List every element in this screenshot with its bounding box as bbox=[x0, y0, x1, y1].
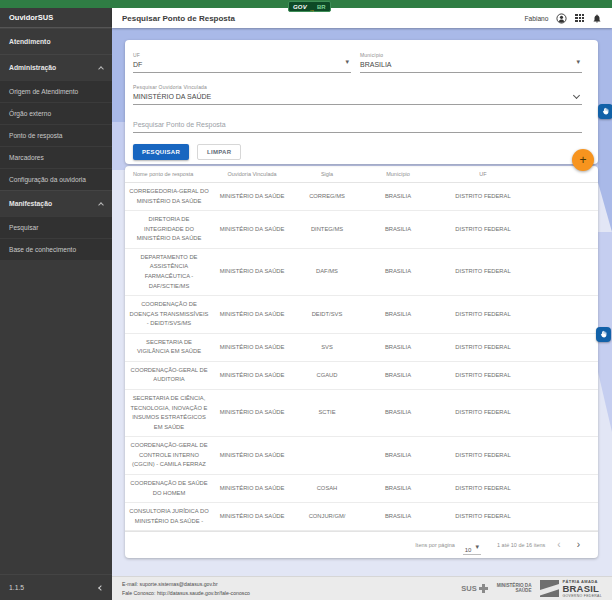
topbar-actions: Fabiano bbox=[525, 13, 602, 24]
table-row[interactable]: DIRETORIA DE INTEGRIDADE DO MINISTÉRIO D… bbox=[125, 211, 598, 249]
items-per-page-label: Itens por página bbox=[415, 542, 454, 548]
user-name: Fabiano bbox=[525, 15, 549, 22]
chevron-up-icon bbox=[98, 202, 104, 208]
sus-cross-icon bbox=[479, 584, 488, 593]
col-header-uf: UF bbox=[433, 166, 533, 183]
table-row[interactable]: SECRETARIA DE CIÊNCIA, TECNOLOGIA, INOVA… bbox=[125, 390, 598, 437]
ouvidoria-vinculada-input[interactable]: Pesquisar Ouvidoria Vinculada MINISTÉRIO… bbox=[133, 84, 582, 105]
account-icon[interactable] bbox=[556, 13, 567, 24]
previous-page-icon[interactable] bbox=[553, 540, 564, 550]
col-header-ouvidoria: Ouvidoria Vinculada bbox=[213, 166, 291, 183]
topbar: Pesquisar Ponto de Resposta Fabiano bbox=[112, 8, 612, 28]
table-row[interactable]: COORDENAÇÃO DE SAÚDE DO HOMEMMINISTÉRIO … bbox=[125, 474, 598, 502]
dropdown-caret-icon bbox=[345, 50, 349, 68]
ouvidorsus-app: GOV BR OuvidorSUS Atendimento Administra… bbox=[0, 0, 612, 600]
sidebar-item-origem-de-atendimento[interactable]: Origem de Atendimento bbox=[0, 80, 112, 102]
govbr-strip: GOV BR bbox=[0, 0, 612, 8]
sidebar-item-marcadores[interactable]: Marcadores bbox=[0, 146, 112, 168]
col-header-sigla: Sigla bbox=[291, 166, 363, 183]
municipio-select[interactable]: Município BRASILIA bbox=[360, 52, 582, 73]
governo-federal-logo: PÁTRIA AMADA BRASIL GOVERNO FEDERAL bbox=[540, 579, 602, 597]
sidebar-footer: 1.1.5 bbox=[0, 574, 112, 600]
add-ponto-resposta-fab[interactable] bbox=[572, 149, 594, 171]
chevron-up-icon bbox=[98, 66, 104, 72]
sidebar-item-base-de-conhecimento[interactable]: Base de conhecimento bbox=[0, 238, 112, 260]
limpar-button[interactable]: LIMPAR bbox=[197, 144, 241, 160]
footer-contact: Fale Conosco: http://datasus.saude.gov.b… bbox=[122, 589, 250, 597]
sidebar-group-manifestacao: Pesquisar Base de conhecimento bbox=[0, 216, 112, 260]
table-row[interactable]: COORDENAÇÃO-GERAL DE AUDITORIAMINISTÉRIO… bbox=[125, 361, 598, 389]
brazil-flag-icon bbox=[540, 580, 559, 597]
results-table: Nome ponto de resposta Ouvidoria Vincula… bbox=[125, 166, 598, 531]
govbr-badge[interactable]: GOV BR bbox=[288, 1, 331, 12]
ministerio-da-saude-logo: MINISTÉRIO DA SAÚDE bbox=[497, 583, 532, 594]
ponto-de-resposta-input[interactable]: Pesquisar Ponto de Resposta bbox=[133, 118, 582, 133]
collapse-sidebar-icon[interactable] bbox=[98, 585, 104, 591]
table-header-row: Nome ponto de resposta Ouvidoria Vincula… bbox=[125, 166, 598, 183]
sidebar-item-ponto-de-resposta[interactable]: Ponto de resposta bbox=[0, 124, 112, 146]
sidebar-item-orgao-externo[interactable]: Órgão externo bbox=[0, 102, 112, 124]
vlibras-hand-icon[interactable] bbox=[596, 327, 611, 342]
sidebar-item-administracao[interactable]: Administração bbox=[0, 54, 112, 80]
app-title: OuvidorSUS bbox=[0, 8, 112, 28]
govbr-arrow-icon bbox=[309, 0, 315, 16]
sidebar-item-configuracao-da-ouvidoria[interactable]: Configuração da ouvidoria bbox=[0, 168, 112, 190]
notifications-bell-icon[interactable] bbox=[592, 13, 602, 24]
footer: E-mail: suporte.sistemas@datasus.gov.br … bbox=[112, 576, 612, 600]
dropdown-caret-icon bbox=[475, 535, 479, 553]
pagination-range: 1 até 10 de 16 itens bbox=[497, 542, 545, 548]
table-row[interactable]: DEPARTAMENTO DE ASSISTÊNCIA FARMACÊUTICA… bbox=[125, 248, 598, 295]
col-header-municipio: Município bbox=[363, 166, 433, 183]
uf-select[interactable]: UF DF bbox=[133, 52, 351, 73]
sidebar: OuvidorSUS Atendimento Administração Ori… bbox=[0, 8, 112, 600]
footer-email: E-mail: suporte.sistemas@datasus.gov.br bbox=[122, 580, 250, 588]
search-filters-card: UF DF Município BRASILIA Pesquisar Ouvid… bbox=[125, 40, 598, 164]
sidebar-group-administracao: Origem de Atendimento Órgão externo Pont… bbox=[0, 80, 112, 190]
next-page-icon[interactable] bbox=[573, 540, 584, 550]
table-row[interactable]: CORREGEDORIA-GERAL DO MINISTÉRIO DA SAÚD… bbox=[125, 183, 598, 211]
pesquisar-button[interactable]: PESQUISAR bbox=[133, 144, 189, 160]
table-row[interactable]: SECRETARIA DE VIGILÂNCIA EM SAÚDEMINISTÉ… bbox=[125, 333, 598, 361]
table-row[interactable]: COORDENAÇÃO DE DOENÇAS TRANSMISSÍVEIS - … bbox=[125, 296, 598, 334]
col-header-nome: Nome ponto de resposta bbox=[125, 166, 213, 183]
sidebar-item-manifestacao[interactable]: Manifestação bbox=[0, 190, 112, 216]
footer-logos: SUS MINISTÉRIO DA SAÚDE PÁTRIA AMADA BRA… bbox=[461, 579, 602, 597]
govbr-badge-gov: GOV bbox=[293, 4, 307, 10]
table-row[interactable]: COORDENAÇÃO-GERAL DE CONTROLE INTERNO (C… bbox=[125, 437, 598, 475]
sidebar-item-pesquisar[interactable]: Pesquisar bbox=[0, 216, 112, 238]
app-version: 1.1.5 bbox=[9, 584, 24, 591]
table-row[interactable]: CONSULTORIA JURÍDICA DO MINISTÉRIO DA SA… bbox=[125, 503, 598, 531]
govbr-badge-br: BR bbox=[317, 4, 326, 10]
vlibras-hand-icon[interactable] bbox=[598, 104, 612, 119]
pagination-bar: Itens por página 10 1 até 10 de 16 itens bbox=[125, 531, 598, 558]
dropdown-caret-icon bbox=[576, 50, 580, 68]
sidebar-nav: Atendimento Administração Origem de Aten… bbox=[0, 28, 112, 260]
items-per-page-select[interactable]: 10 bbox=[463, 535, 481, 555]
results-table-card: Nome ponto de resposta Ouvidoria Vincula… bbox=[125, 166, 598, 558]
sidebar-item-atendimento[interactable]: Atendimento bbox=[0, 28, 112, 54]
sus-logo: SUS bbox=[461, 584, 487, 593]
apps-grid-icon[interactable] bbox=[575, 14, 584, 23]
page-title: Pesquisar Ponto de Resposta bbox=[122, 14, 235, 23]
background-shape bbox=[598, 122, 612, 232]
